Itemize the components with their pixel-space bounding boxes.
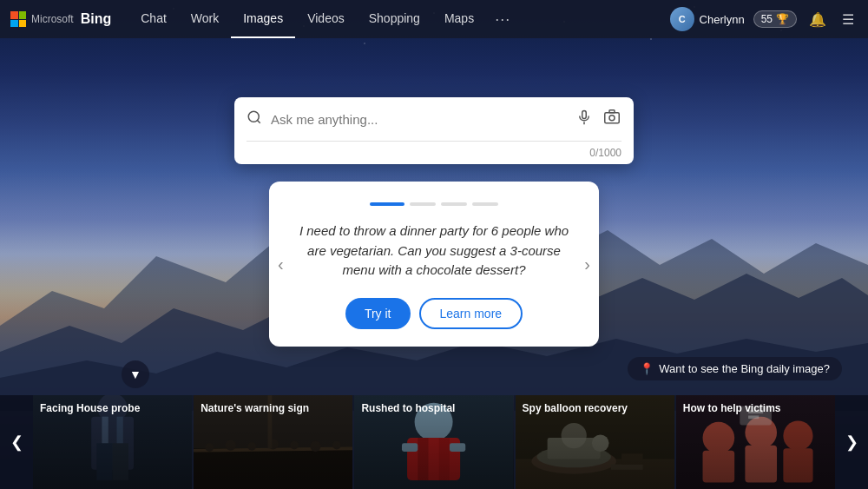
logo-sq-blue: [10, 20, 18, 28]
camera-button[interactable]: [602, 108, 621, 131]
nav-images[interactable]: Images: [231, 0, 295, 38]
nav-logo[interactable]: Microsoft Bing: [10, 11, 111, 27]
nav-shopping[interactable]: Shopping: [357, 0, 432, 38]
news-card-4-title: Spy balloon recovery: [523, 402, 667, 416]
try-it-button[interactable]: Try it: [345, 298, 411, 329]
username: Cherlynn: [700, 13, 745, 26]
menu-icon[interactable]: ☰: [838, 8, 858, 31]
news-scroll-right-button[interactable]: ❯: [835, 395, 868, 489]
suggestion-text: I need to throw a dinner party for 6 peo…: [293, 221, 575, 281]
news-card-4[interactable]: Spy balloon recovery: [516, 395, 674, 489]
svg-point-3: [248, 111, 259, 122]
search-icon: [247, 109, 262, 129]
search-container: 0/1000: [234, 97, 634, 164]
card-buttons: Try it Learn more: [293, 298, 575, 329]
svg-rect-5: [582, 110, 587, 118]
svg-rect-8: [609, 109, 615, 112]
nav-right: C Cherlynn 55 🏆 🔔 ☰: [670, 7, 858, 31]
microsoft-label: Microsoft: [31, 13, 74, 25]
svg-rect-7: [605, 112, 620, 122]
news-card-1[interactable]: Facing House probe: [33, 395, 192, 489]
news-card-5-title: How to help victims: [683, 402, 828, 416]
logo-sq-red: [10, 11, 18, 19]
progress-dots: [293, 202, 575, 206]
collapse-button[interactable]: ▼: [122, 360, 149, 388]
avatar: C: [670, 7, 694, 31]
nav-more[interactable]: ···: [486, 10, 519, 29]
trophy-icon: 🏆: [776, 13, 789, 25]
location-icon: 📍: [640, 362, 654, 375]
dot-3: [441, 202, 467, 206]
news-card-5[interactable]: How to help victims: [676, 395, 835, 489]
card-next-button[interactable]: ›: [581, 250, 594, 277]
rewards-score: 55: [761, 13, 773, 25]
nav-videos[interactable]: Videos: [295, 0, 357, 38]
dot-4: [472, 202, 498, 206]
svg-point-9: [609, 115, 615, 120]
dot-1: [370, 202, 404, 206]
notifications-icon[interactable]: 🔔: [806, 8, 830, 31]
user-profile[interactable]: C Cherlynn: [670, 7, 745, 31]
nav-work[interactable]: Work: [179, 0, 231, 38]
search-actions: [575, 108, 621, 131]
nav-maps[interactable]: Maps: [432, 0, 486, 38]
search-counter: 0/1000: [234, 142, 634, 164]
learn-more-button[interactable]: Learn more: [419, 298, 523, 329]
avatar-initial: C: [679, 14, 686, 24]
news-scroll-left-button[interactable]: ❮: [0, 395, 33, 489]
navbar: Microsoft Bing Chat Work Images Videos S…: [0, 0, 868, 38]
news-cards: Facing House probe: [33, 395, 835, 489]
svg-line-4: [257, 120, 260, 122]
microsoft-logo: [10, 11, 26, 27]
mic-button[interactable]: [575, 108, 594, 131]
logo-sq-green: [19, 11, 27, 19]
daily-image-label: Want to see the Bing daily image?: [659, 362, 830, 375]
news-section: ▼ 📍 Want to see the Bing daily image? ❮: [0, 395, 868, 489]
bing-label: Bing: [81, 11, 112, 27]
rewards-badge[interactable]: 55 🏆: [753, 10, 797, 28]
news-card-1-title: Facing House probe: [40, 402, 185, 416]
news-card-3-title: Rushed to hospital: [361, 402, 506, 416]
suggestion-card: ‹ › I need to throw a dinner party for 6…: [269, 182, 599, 347]
daily-image-badge[interactable]: 📍 Want to see the Bing daily image?: [628, 357, 842, 380]
search-input-row: [234, 97, 634, 141]
news-card-3[interactable]: Rushed to hospital: [354, 395, 513, 489]
card-prev-button[interactable]: ‹: [274, 250, 287, 277]
logo-sq-yellow: [19, 20, 27, 28]
nav-links: Chat Work Images Videos Shopping Maps ··…: [128, 0, 669, 38]
news-card-2-title: Nature's warning sign: [201, 402, 345, 416]
news-card-2[interactable]: Nature's warning sign: [194, 395, 352, 489]
dot-2: [410, 202, 436, 206]
search-input[interactable]: [271, 112, 566, 127]
nav-chat[interactable]: Chat: [128, 0, 179, 38]
